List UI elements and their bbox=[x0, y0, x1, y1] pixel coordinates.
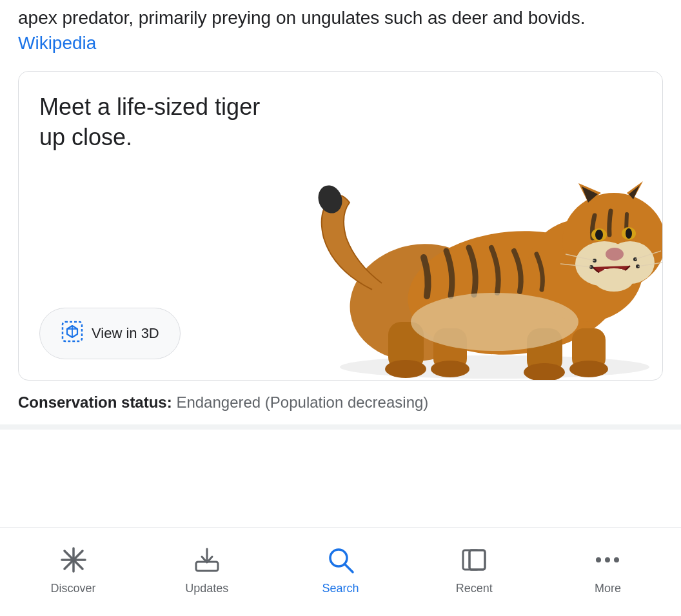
svg-point-53 bbox=[596, 557, 601, 562]
more-icon bbox=[591, 543, 624, 577]
search-label: Search bbox=[322, 582, 359, 595]
nav-item-search[interactable]: Search bbox=[273, 535, 407, 603]
wikipedia-link[interactable]: Wikipedia bbox=[18, 33, 96, 53]
conservation-label: Conservation status: bbox=[18, 393, 172, 411]
section-divider bbox=[0, 424, 681, 430]
view-in-3d-button[interactable]: View in 3D bbox=[39, 308, 181, 359]
updates-label: Updates bbox=[185, 582, 228, 595]
conservation-status: Conservation status: Endangered (Populat… bbox=[0, 393, 681, 412]
svg-point-28 bbox=[626, 228, 632, 239]
cube-3d-icon bbox=[61, 320, 84, 347]
discover-label: Discover bbox=[51, 582, 96, 595]
nav-item-recent[interactable]: Recent bbox=[408, 535, 541, 603]
recent-label: Recent bbox=[456, 582, 493, 595]
svg-point-15 bbox=[569, 361, 608, 377]
svg-point-11 bbox=[431, 361, 469, 377]
nav-item-discover[interactable]: Discover bbox=[6, 535, 140, 603]
svg-rect-51 bbox=[469, 550, 485, 570]
recent-icon bbox=[457, 543, 491, 577]
main-content: apex predator, primarily preying on ungu… bbox=[0, 0, 681, 381]
bottom-navigation: Discover Updates Search bbox=[0, 527, 681, 616]
intro-text: apex predator, primarily preying on ungu… bbox=[18, 5, 663, 55]
card-title: Meet a life-sized tiger up close. bbox=[39, 92, 284, 153]
conservation-value: Endangered (Population decreasing) bbox=[176, 393, 428, 411]
updates-icon bbox=[190, 543, 224, 577]
tiger-illustration bbox=[295, 109, 662, 380]
tiger-image-container bbox=[288, 72, 662, 380]
more-label: More bbox=[595, 582, 621, 595]
nav-item-more[interactable]: More bbox=[541, 535, 675, 603]
svg-point-9 bbox=[385, 360, 426, 378]
discover-icon bbox=[57, 543, 90, 577]
svg-line-49 bbox=[345, 564, 353, 572]
nav-item-updates[interactable]: Updates bbox=[140, 535, 273, 603]
svg-point-17 bbox=[411, 293, 578, 351]
view-3d-label: View in 3D bbox=[92, 325, 159, 342]
svg-point-29 bbox=[606, 248, 624, 261]
svg-point-33 bbox=[595, 268, 633, 292]
intro-body-text: apex predator, primarily preying on ungu… bbox=[18, 8, 585, 28]
tiger-card: Meet a life-sized tiger up close. View i… bbox=[18, 71, 663, 381]
svg-point-54 bbox=[605, 557, 610, 562]
svg-point-55 bbox=[614, 557, 619, 562]
card-left: Meet a life-sized tiger up close. View i… bbox=[39, 92, 284, 359]
svg-point-26 bbox=[595, 230, 603, 240]
search-icon bbox=[324, 543, 357, 577]
